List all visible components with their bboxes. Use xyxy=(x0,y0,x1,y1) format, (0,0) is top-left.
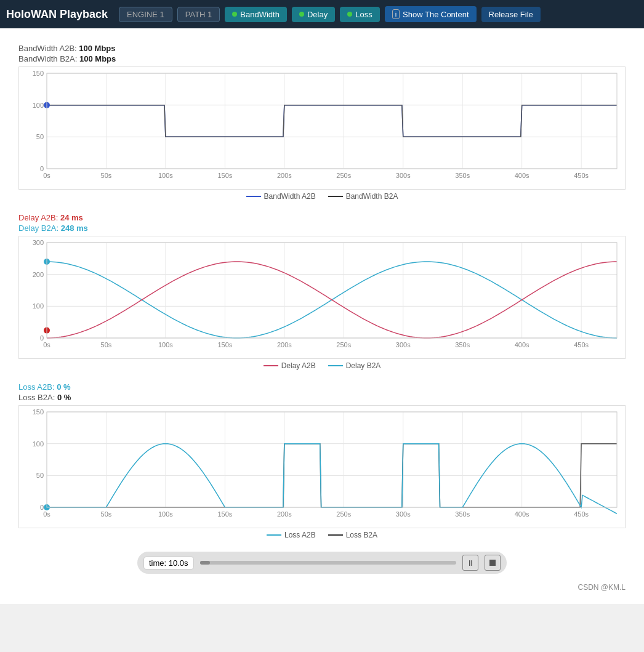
legend-delay-a2b-line xyxy=(264,365,278,366)
legend-bw-b2a: BandWidth B2A xyxy=(328,192,398,201)
stop-button[interactable] xyxy=(485,555,501,571)
stop-icon xyxy=(489,560,496,566)
loss-b2a-label: Loss B2A: 0 % xyxy=(18,393,626,402)
bandwidth-chart xyxy=(18,66,626,190)
delay-b2a-label: Delay B2A: 248 ms xyxy=(18,223,626,233)
legend-bw-b2a-line xyxy=(328,196,343,197)
legend-loss-b2a: Loss B2A xyxy=(328,531,377,539)
timeline-track[interactable] xyxy=(200,561,456,565)
delay-legend: Delay A2B Delay B2A xyxy=(18,361,626,370)
main-content: BandWidth A2B: 100 Mbps BandWidth B2A: 1… xyxy=(0,28,644,604)
legend-loss-a2b-line xyxy=(267,534,281,536)
app-header: HoloWAN Playback ENGINE 1 PATH 1 BandWid… xyxy=(0,0,644,28)
charts-wrapper: BandWidth A2B: 100 Mbps BandWidth B2A: 1… xyxy=(12,38,632,539)
legend-delay-b2a-line xyxy=(328,365,343,366)
loss-legend: Loss A2B Loss B2A xyxy=(18,531,626,539)
timeline-fill xyxy=(200,561,211,565)
bandwidth-legend: BandWidth A2B BandWidth B2A xyxy=(18,192,626,201)
release-file-button[interactable]: Release File xyxy=(481,7,541,22)
show-content-button[interactable]: i Show The Content xyxy=(385,6,477,22)
delay-chart xyxy=(18,236,626,359)
legend-delay-b2a: Delay B2A xyxy=(328,361,381,370)
legend-loss-b2a-line xyxy=(328,534,343,536)
info-icon: i xyxy=(392,9,400,19)
legend-bw-a2b: BandWidth A2B xyxy=(246,192,316,201)
legend-bw-a2b-line xyxy=(246,196,261,197)
bandwidth-button[interactable]: BandWidth xyxy=(225,7,287,22)
loss-a2b-label: Loss A2B: 0 % xyxy=(18,382,626,392)
engine-badge: ENGINE 1 xyxy=(119,7,172,22)
watermark: CSDN @KM.L xyxy=(12,580,632,595)
path-badge: PATH 1 xyxy=(177,7,220,22)
delay-section: Delay A2B: 24 ms Delay B2A: 248 ms Delay… xyxy=(18,213,626,370)
legend-delay-a2b: Delay A2B xyxy=(264,361,316,370)
loss-button[interactable]: Loss xyxy=(340,7,379,22)
time-display: time: 10.0s xyxy=(143,557,194,569)
loss-chart xyxy=(18,405,626,528)
timeline-bar: time: 10.0s ⏸ xyxy=(137,552,507,574)
pause-button[interactable]: ⏸ xyxy=(462,555,478,571)
bandwidth-section: BandWidth A2B: 100 Mbps BandWidth B2A: 1… xyxy=(18,44,626,201)
loss-section: Loss A2B: 0 % Loss B2A: 0 % Loss A2B Los… xyxy=(18,382,626,539)
app-title: HoloWAN Playback xyxy=(6,8,108,21)
bandwidth-b2a-label: BandWidth B2A: 100 Mbps xyxy=(18,54,626,63)
delay-a2b-label: Delay A2B: 24 ms xyxy=(18,213,626,222)
bandwidth-a2b-label: BandWidth A2B: 100 Mbps xyxy=(18,44,626,53)
legend-loss-a2b: Loss A2B xyxy=(267,531,316,539)
delay-button[interactable]: Delay xyxy=(292,7,335,22)
